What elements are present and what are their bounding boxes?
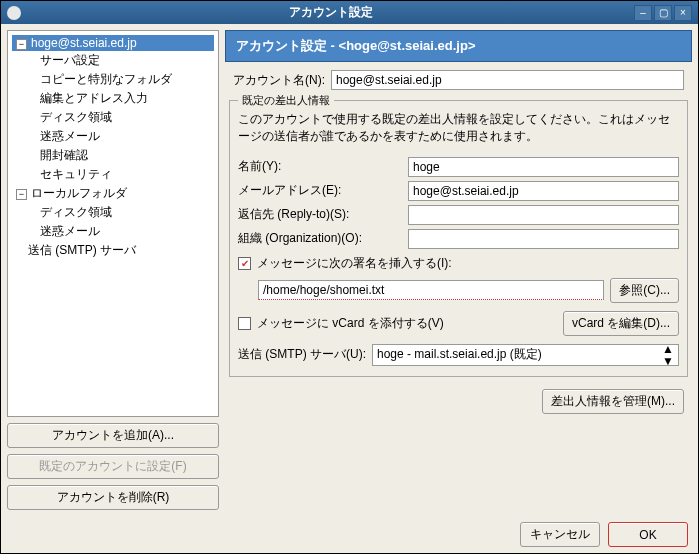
signature-check-row: ✔ メッセージに次の署名を挿入する(I): (238, 255, 679, 272)
vcard-check-label: メッセージに vCard を添付する(V) (257, 315, 444, 332)
account-name-input[interactable] (331, 70, 684, 90)
smtp-label: 送信 (SMTP) サーバ(U): (238, 346, 366, 363)
titlebar: アカウント設定 – ▢ × (1, 1, 698, 24)
app-icon (7, 6, 21, 20)
window-controls: – ▢ × (634, 5, 692, 21)
vcard-row: メッセージに vCard を添付する(V) vCard を編集(D)... (238, 311, 679, 336)
replyto-input[interactable] (408, 205, 679, 225)
tree-item-compose[interactable]: 編集とアドレス入力 (12, 89, 214, 108)
cancel-button[interactable]: キャンセル (520, 522, 600, 547)
right-panel: アカウント設定 - <hoge@st.seiai.ed.jp> アカウント名(N… (225, 30, 692, 510)
remove-account-button[interactable]: アカウントを削除(R) (7, 485, 219, 510)
manage-identities-button[interactable]: 差出人情報を管理(M)... (542, 389, 684, 414)
tree-local-label: ローカルフォルダ (31, 186, 127, 200)
account-settings-window: アカウント設定 – ▢ × −hoge@st.seiai.ed.jp サーバ設定… (0, 0, 699, 554)
browse-button[interactable]: 参照(C)... (610, 278, 679, 303)
signature-checkbox[interactable]: ✔ (238, 257, 251, 270)
tree-item-disk[interactable]: ディスク領域 (12, 108, 214, 127)
tree-item-local-junk[interactable]: 迷惑メール (12, 222, 214, 241)
maximize-button[interactable]: ▢ (654, 5, 672, 21)
updown-icon: ▲▼ (662, 343, 674, 367)
email-label: メールアドレス(E): (238, 182, 408, 199)
smtp-select[interactable]: hoge - mail.st.seiai.ed.jp (既定) ▲▼ (372, 344, 679, 366)
email-input[interactable] (408, 181, 679, 201)
sender-description: このアカウントで使用する既定の差出人情報を設定してください。これはメッセージの送… (238, 109, 679, 153)
left-panel: −hoge@st.seiai.ed.jp サーバ設定 コピーと特別なフォルダ 編… (7, 30, 219, 510)
smtp-row: 送信 (SMTP) サーバ(U): hoge - mail.st.seiai.e… (238, 344, 679, 366)
add-account-button[interactable]: アカウントを追加(A)... (7, 423, 219, 448)
name-label: 名前(Y): (238, 158, 408, 175)
org-row: 組織 (Organization)(O): (238, 229, 679, 249)
close-button[interactable]: × (674, 5, 692, 21)
ok-button[interactable]: OK (608, 522, 688, 547)
account-tree[interactable]: −hoge@st.seiai.ed.jp サーバ設定 コピーと特別なフォルダ 編… (7, 30, 219, 417)
tree-item-junk[interactable]: 迷惑メール (12, 127, 214, 146)
dialog-buttons: キャンセル OK (1, 516, 698, 553)
sender-legend: 既定の差出人情報 (238, 93, 334, 108)
signature-check-label: メッセージに次の署名を挿入する(I): (257, 255, 452, 272)
window-title: アカウント設定 (27, 4, 634, 21)
org-label: 組織 (Organization)(O): (238, 230, 408, 247)
vcard-edit-button[interactable]: vCard を編集(D)... (563, 311, 679, 336)
tree-item-security[interactable]: セキュリティ (12, 165, 214, 184)
org-input[interactable] (408, 229, 679, 249)
tree-account-label: hoge@st.seiai.ed.jp (31, 36, 137, 50)
account-name-label: アカウント名(N): (233, 72, 325, 89)
collapse-icon[interactable]: − (16, 189, 27, 200)
email-row: メールアドレス(E): (238, 181, 679, 201)
replyto-label: 返信先 (Reply-to)(S): (238, 206, 408, 223)
dialog-content: −hoge@st.seiai.ed.jp サーバ設定 コピーと特別なフォルダ 編… (1, 24, 698, 516)
minimize-button[interactable]: – (634, 5, 652, 21)
vcard-checkbox[interactable] (238, 317, 251, 330)
tree-item-receipts[interactable]: 開封確認 (12, 146, 214, 165)
replyto-row: 返信先 (Reply-to)(S): (238, 205, 679, 225)
tree-account-root[interactable]: −hoge@st.seiai.ed.jp (12, 35, 214, 51)
identities-row: 差出人情報を管理(M)... (225, 385, 692, 418)
sender-fieldset: 既定の差出人情報 このアカウントで使用する既定の差出人情報を設定してください。こ… (229, 100, 688, 377)
account-name-row: アカウント名(N): (225, 68, 692, 92)
panel-header: アカウント設定 - <hoge@st.seiai.ed.jp> (225, 30, 692, 62)
tree-local-root[interactable]: −ローカルフォルダ (12, 184, 214, 203)
tree-item-server[interactable]: サーバ設定 (12, 51, 214, 70)
collapse-icon[interactable]: − (16, 39, 27, 50)
set-default-button: 既定のアカウントに設定(F) (7, 454, 219, 479)
tree-item-local-disk[interactable]: ディスク領域 (12, 203, 214, 222)
smtp-select-value: hoge - mail.st.seiai.ed.jp (既定) (377, 346, 542, 363)
tree-item-copies[interactable]: コピーと特別なフォルダ (12, 70, 214, 89)
signature-path-input[interactable] (258, 280, 604, 300)
name-input[interactable] (408, 157, 679, 177)
signature-path-row: 参照(C)... (258, 278, 679, 303)
tree-smtp[interactable]: 送信 (SMTP) サーバ (12, 241, 214, 260)
name-row: 名前(Y): (238, 157, 679, 177)
